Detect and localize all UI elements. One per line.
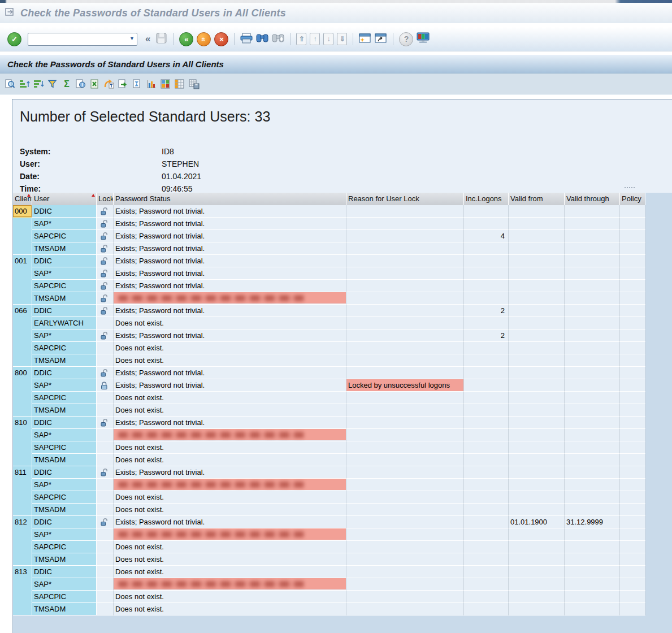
cell-status[interactable]: Exists; Password not trivial. <box>114 466 346 479</box>
cell-reason[interactable]: Locked by unsuccessful logons <box>346 379 464 392</box>
cell-user[interactable]: SAP* <box>32 267 97 280</box>
cell-inc_logons[interactable] <box>464 404 509 417</box>
cell-valid_through[interactable] <box>565 491 620 504</box>
cell-user[interactable]: DDIC <box>32 205 97 218</box>
cell-policy[interactable] <box>620 466 645 479</box>
cell-reason[interactable] <box>346 292 464 305</box>
cell-inc_logons[interactable] <box>464 218 509 230</box>
cell-valid_from[interactable] <box>509 417 565 429</box>
cell-user[interactable]: SAP* <box>32 479 97 491</box>
cell-status[interactable]: Does not exist. <box>114 504 346 516</box>
cell-client[interactable] <box>13 504 32 516</box>
cell-lock[interactable] <box>97 591 114 603</box>
cell-lock[interactable] <box>97 429 114 441</box>
cell-policy[interactable] <box>620 392 645 404</box>
cell-user[interactable]: SAP* <box>32 379 97 392</box>
table-row[interactable]: 810DDICExists; Password not trivial. <box>13 417 645 429</box>
cell-inc_logons[interactable] <box>464 354 509 367</box>
cell-status[interactable]: Exists; Password not trivial. <box>114 218 346 230</box>
cell-lock[interactable] <box>97 504 114 516</box>
cell-user[interactable]: DDIC <box>32 516 97 528</box>
table-row[interactable]: TMSADMDoes not exist. <box>13 454 645 466</box>
cell-client[interactable] <box>13 267 32 280</box>
cell-inc_logons[interactable] <box>464 379 509 392</box>
cell-inc_logons[interactable] <box>464 280 509 292</box>
cell-inc_logons[interactable]: 2 <box>464 329 509 342</box>
table-row[interactable]: SAP*Exists; Password not trivial.2 <box>13 329 645 342</box>
cell-client[interactable] <box>13 218 32 230</box>
table-row[interactable]: SAPCPICDoes not exist. <box>13 591 645 603</box>
abc-analysis-button[interactable] <box>132 79 143 90</box>
cell-valid_from[interactable] <box>509 578 565 591</box>
cell-inc_logons[interactable] <box>464 429 509 441</box>
table-row[interactable]: SAPCPICDoes not exist. <box>13 441 645 454</box>
cell-valid_through[interactable] <box>565 417 620 429</box>
cell-lock[interactable] <box>97 603 114 615</box>
cell-reason[interactable] <box>346 255 464 267</box>
table-row[interactable]: SAP*Exists; Password not trivial. <box>13 218 645 230</box>
cell-user[interactable]: SAPCPIC <box>32 541 97 553</box>
table-row[interactable]: SAP*Exists; Password not trivial. <box>13 267 645 280</box>
cell-valid_through[interactable] <box>565 404 620 417</box>
customize-layout-button[interactable] <box>417 32 430 46</box>
cell-valid_through[interactable] <box>565 367 620 379</box>
cell-policy[interactable] <box>620 417 645 429</box>
cell-valid_from[interactable] <box>509 354 565 367</box>
cell-valid_through[interactable] <box>565 205 620 218</box>
table-row[interactable]: SAPCPICExists; Password not trivial.4 <box>13 230 645 242</box>
total-button[interactable]: Σ <box>61 79 72 90</box>
cell-policy[interactable] <box>620 205 645 218</box>
column-header-inc_logons[interactable]: Inc.Logons <box>464 193 509 205</box>
cell-status[interactable]: Exists; Password not trivial. <box>114 379 346 392</box>
cell-client[interactable] <box>13 491 32 504</box>
cell-valid_through[interactable] <box>565 230 620 242</box>
cell-policy[interactable] <box>620 280 645 292</box>
filter-button[interactable] <box>47 79 58 90</box>
cell-reason[interactable] <box>346 317 464 329</box>
unlocked-icon[interactable] <box>97 218 114 230</box>
cell-inc_logons[interactable] <box>464 267 509 280</box>
cell-reason[interactable] <box>346 429 464 441</box>
cell-valid_from[interactable] <box>509 292 565 305</box>
cell-valid_through[interactable] <box>565 342 620 354</box>
cell-valid_through[interactable] <box>565 504 620 516</box>
sort-ascending-button[interactable] <box>19 79 30 90</box>
cell-inc_logons[interactable]: 2 <box>464 305 509 317</box>
column-header-client[interactable]: Client <box>13 193 32 205</box>
cell-reason[interactable] <box>346 566 464 578</box>
cell-client[interactable] <box>13 230 32 242</box>
cell-lock[interactable] <box>97 566 114 578</box>
cell-inc_logons[interactable] <box>464 504 509 516</box>
print-preview-button[interactable] <box>75 79 86 90</box>
cell-inc_logons[interactable] <box>464 205 509 218</box>
cell-valid_from[interactable] <box>509 528 565 541</box>
cell-valid_from[interactable] <box>509 242 565 255</box>
cell-client[interactable] <box>13 317 32 329</box>
table-row[interactable]: SAPCPICDoes not exist. <box>13 392 645 404</box>
cell-valid_through[interactable] <box>565 329 620 342</box>
previous-page-button[interactable]: ↑ <box>310 33 320 45</box>
column-header-policy[interactable]: Policy <box>620 193 645 205</box>
cell-policy[interactable] <box>620 342 645 354</box>
cell-client[interactable] <box>13 392 32 404</box>
cell-valid_from[interactable] <box>509 392 565 404</box>
cell-client[interactable]: 066 <box>13 305 32 317</box>
cell-client[interactable] <box>13 379 32 392</box>
cell-user[interactable]: TMSADM <box>32 603 97 615</box>
table-row[interactable]: SAP*Exists; Password not trivial.Locked … <box>13 379 645 392</box>
table-row[interactable]: SAPCPICExists; Password not trivial. <box>13 280 645 292</box>
cell-reason[interactable] <box>346 305 464 317</box>
cell-user[interactable]: SAPCPIC <box>32 441 97 454</box>
cell-inc_logons[interactable] <box>464 528 509 541</box>
cell-user[interactable]: SAP* <box>32 218 97 230</box>
table-row[interactable]: 066DDICExists; Password not trivial.2 <box>13 305 645 317</box>
cell-policy[interactable] <box>620 218 645 230</box>
cell-client[interactable] <box>13 292 32 305</box>
table-row[interactable]: TMSADMDoes not exist. <box>13 354 645 367</box>
table-row[interactable]: 813DDICDoes not exist. <box>13 566 645 578</box>
unlocked-icon[interactable] <box>97 305 114 317</box>
cell-valid_through[interactable] <box>565 379 620 392</box>
cell-client[interactable] <box>13 479 32 491</box>
cell-inc_logons[interactable] <box>464 417 509 429</box>
collapse-field-icon[interactable]: « <box>144 33 152 45</box>
